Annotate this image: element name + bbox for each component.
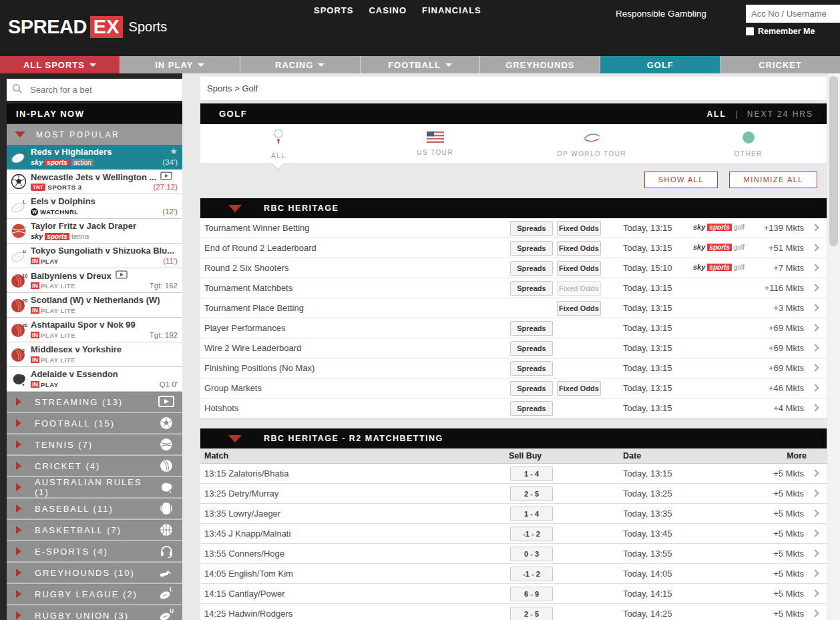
sidebar-item-greyhounds-10[interactable]: GREYHOUNDS (10) — [7, 563, 182, 584]
responsible-gambling-link[interactable]: Responsible Gambling — [616, 9, 706, 19]
username-input[interactable] — [746, 5, 840, 23]
sell-buy-button[interactable]: 6 - 9 — [510, 587, 553, 601]
search-input[interactable] — [29, 84, 169, 95]
chevron-right-icon[interactable] — [811, 224, 819, 231]
sidebar-item-tennis-7[interactable]: TENNIS (7) — [7, 434, 182, 456]
chevron-right-icon[interactable] — [811, 529, 819, 537]
spreads-button[interactable]: Spreads — [510, 341, 553, 356]
market-row-group-markets[interactable]: Group MarketsSpreadsFixed OddsToday, 13:… — [200, 378, 827, 398]
chevron-right-icon[interactable] — [811, 489, 819, 497]
tour-tab-dp-world-tour[interactable]: DP WORLD TOUR — [513, 124, 670, 164]
page-scrollbar[interactable] — [827, 73, 840, 620]
remember-me-checkbox[interactable] — [746, 27, 754, 35]
sell-buy-button[interactable]: 1 - 4 — [510, 467, 553, 481]
spreads-button[interactable]: Spreads — [510, 241, 553, 256]
chevron-right-icon[interactable] — [811, 364, 819, 371]
sell-buy-button[interactable]: 1 - 4 — [510, 507, 553, 521]
matchbetting-row-14-15-cantlay-power[interactable]: 14:15 Cantlay/Power6 - 9Today, 14:15+5 M… — [200, 584, 827, 604]
fixed-odds-button[interactable]: Fixed Odds — [557, 241, 601, 256]
most-popular-header[interactable]: MOST POPULAR — [7, 124, 182, 145]
sidebar-item-e-sports-4[interactable]: E-SPORTS (4) — [7, 541, 182, 563]
chevron-right-icon[interactable] — [811, 509, 819, 517]
matchbetting-row-13-15-zalatoris-bhatia[interactable]: 13:15 Zalatoris/Bhatia1 - 4Today, 13:15+… — [200, 464, 827, 484]
spreads-button[interactable]: Spreads — [510, 361, 553, 376]
sell-buy-button[interactable]: -1 - 2 — [510, 567, 553, 581]
chevron-right-icon[interactable] — [811, 284, 819, 291]
show-all-button[interactable]: SHOW ALL — [644, 172, 718, 188]
sidebar-item-australian-rules-1[interactable]: AUSTRALIAN RULES (1) — [7, 477, 182, 499]
nav-tab-cricket[interactable]: CRICKET — [720, 56, 840, 73]
event-row-newcastle-jets-v-wellington[interactable]: Newcastle Jets v Wellington ...TNTSPORTS… — [7, 170, 182, 194]
top-nav-sports[interactable]: SPORTS — [314, 5, 353, 15]
event-row-adelaide-v-essendon[interactable]: Adelaide v EssendonINPLAY14-16Q1 0' — [7, 367, 182, 392]
market-row-player-performances[interactable]: Player PerformancesSpreadsToday, 13:15+6… — [200, 318, 827, 338]
market-row-round-2-six-shooters[interactable]: Round 2 Six ShootersSpreadsFixed OddsTod… — [200, 258, 827, 278]
filter-all[interactable]: ALL — [706, 109, 726, 119]
chevron-right-icon[interactable] — [811, 384, 819, 391]
sidebar-item-rugby-league-2[interactable]: RUGBY LEAGUE (2)L — [7, 584, 182, 605]
chevron-right-icon[interactable] — [811, 469, 819, 477]
market-row-finishing-positions-no-max[interactable]: Finishing Positions (No Max)SpreadsToday… — [200, 358, 827, 378]
favourite-star-icon[interactable]: ★ — [170, 146, 178, 156]
sidebar-item-football-15[interactable]: FOOTBALL (15) — [7, 413, 182, 434]
chevron-right-icon[interactable] — [811, 609, 819, 617]
sidebar-item-basketball-7[interactable]: BASKETBALL (7) — [7, 520, 182, 541]
sell-buy-button[interactable]: 0 - 3 — [510, 547, 553, 561]
event-row-taylor-fritz-v-jack-draper[interactable]: Taylor Fritz v Jack Draperskysportstenni… — [7, 219, 182, 244]
top-nav-financials[interactable]: FINANCIALS — [422, 5, 481, 15]
breadcrumb[interactable]: Sports > Golf — [200, 77, 827, 101]
fixed-odds-button[interactable]: Fixed Odds — [557, 381, 601, 396]
market-row-tournament-winner-betting[interactable]: Tournament Winner BettingSpreadsFixed Od… — [200, 218, 827, 238]
nav-tab-football[interactable]: FOOTBALL — [361, 56, 481, 73]
sidebar-item-baseball-11[interactable]: BASEBALL (11) — [7, 499, 182, 520]
sell-buy-button[interactable]: 2 - 5 — [510, 487, 553, 501]
event-row-scotland-w-v-netherlands-w[interactable]: 20Scotland (W) v Netherlands (W)INPLAY L… — [7, 293, 182, 318]
event-row-eels-v-dolphins[interactable]: LEels v DolphinsWWATCHNRL0-0(12') — [7, 194, 182, 219]
event-row-tokyo-sungoliath-v-shizuoka-blu[interactable]: uTokyo Sungoliath v Shizuoka Blu...INPLA… — [7, 244, 182, 268]
market-row-wire-2-wire-leaderboard[interactable]: Wire 2 Wire LeaderboardSpreadsToday, 13:… — [200, 338, 827, 358]
spreads-button[interactable]: Spreads — [510, 221, 553, 236]
chevron-right-icon[interactable] — [811, 344, 819, 351]
fixed-odds-button[interactable]: Fixed Odds — [557, 221, 601, 236]
chevron-right-icon[interactable] — [811, 589, 819, 597]
top-nav-casino[interactable]: CASINO — [369, 5, 407, 15]
fixed-odds-button[interactable]: Fixed Odds — [557, 261, 601, 276]
spreads-button[interactable]: Spreads — [510, 321, 553, 336]
matchbetting-row-13-25-detry-murray[interactable]: 13:25 Detry/Murray2 - 5Today, 13:25+5 Mk… — [200, 484, 827, 504]
section-header-r2-matchbetting[interactable]: RBC HERITAGE - R2 MATCHBETTING — [200, 428, 827, 448]
nav-tab-golf[interactable]: GOLF — [600, 56, 720, 73]
chevron-right-icon[interactable] — [811, 244, 819, 251]
filter-next-24-hrs[interactable]: NEXT 24 HRS — [747, 109, 813, 119]
spreadex-logo[interactable]: SPREAD EX Sports — [8, 16, 167, 38]
market-row-tournament-matchbets[interactable]: Tournament MatchbetsSpreadsFixed OddsTod… — [200, 278, 827, 298]
tour-tab-all[interactable]: ALL — [200, 124, 357, 164]
nav-tab-all-sports[interactable]: ALL SPORTS — [0, 56, 120, 73]
matchbetting-row-14-05-english-tom-kim[interactable]: 14:05 English/Tom Kim-1 - 2Today, 14:05+… — [200, 564, 827, 584]
spreads-button[interactable]: Spreads — [510, 261, 553, 276]
chevron-right-icon[interactable] — [811, 264, 819, 271]
sell-buy-button[interactable]: -1 - 2 — [510, 527, 553, 541]
minimize-all-button[interactable]: MINIMIZE ALL — [729, 172, 817, 188]
nav-tab-greyhounds[interactable]: GREYHOUNDS — [480, 56, 600, 73]
matchbetting-row-13-55-conners-hoge[interactable]: 13:55 Conners/Hoge0 - 3Today, 13:55+5 Mk… — [200, 544, 827, 564]
market-row-end-of-round-2-leaderboard[interactable]: End of Round 2 LeaderboardSpreadsFixed O… — [200, 238, 827, 258]
market-row-tournament-place-betting[interactable]: Tournament Place BettingFixed OddsToday,… — [200, 298, 827, 318]
sell-buy-button[interactable]: 2 - 5 — [510, 607, 553, 620]
chevron-right-icon[interactable] — [811, 569, 819, 577]
event-row-ashtapailu-spor-v-nok-99[interactable]: 20Ashtapailu Spor v Nok 99INPLAY LITEAsh… — [7, 318, 182, 342]
fixed-odds-button[interactable]: Fixed Odds — [557, 301, 601, 316]
spreads-button[interactable]: Spreads — [510, 281, 553, 296]
spreads-button[interactable]: Spreads — [510, 401, 553, 416]
market-row-hotshots[interactable]: HotshotsSpreadsToday, 13:15+4 Mkts — [200, 398, 827, 418]
event-row-reds-v-highlanders[interactable]: uReds v Highlandersskysportsaction17-0(3… — [7, 145, 182, 170]
nav-tab-racing[interactable]: RACING — [240, 56, 361, 73]
tour-tab-other[interactable]: OTHER — [670, 124, 827, 164]
section-header-rbc-heritage[interactable]: RBC HERITAGE — [200, 198, 827, 218]
matchbetting-row-13-35-lowry-jaeger[interactable]: 13:35 Lowry/Jaeger1 - 4Today, 13:35+5 Mk… — [200, 504, 827, 524]
nav-tab-in-play[interactable]: IN PLAY — [120, 56, 240, 73]
sidebar-item-cricket-4[interactable]: CRICKET (4) — [7, 456, 182, 477]
spreads-button[interactable]: Spreads — [510, 381, 553, 396]
sidebar-item-streaming-13[interactable]: STREAMING (13) — [7, 392, 182, 413]
matchbetting-row-13-45-j-knapp-malnati[interactable]: 13:45 J Knapp/Malnati-1 - 2Today, 13:45+… — [200, 524, 827, 544]
event-row-balbyniens-v-dreux[interactable]: 10Balbyniens v DreuxINPLAY LITEBal 0/0 (… — [7, 268, 182, 293]
